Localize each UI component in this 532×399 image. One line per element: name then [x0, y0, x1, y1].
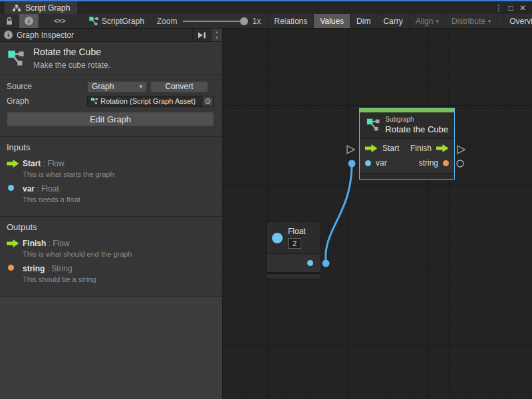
node-type-tag: Subgraph	[385, 116, 448, 123]
code-preview-button[interactable]: <×>	[39, 14, 80, 28]
carry-button[interactable]: Carry	[377, 14, 409, 28]
float-literal-node[interactable]: Float	[266, 221, 321, 279]
zoom-label: Zoom	[157, 17, 178, 26]
chevron-down-icon: ▾	[436, 18, 439, 25]
graph-summary: Make the cube rotate.	[33, 61, 110, 70]
connections-layer	[223, 29, 532, 399]
outputs-title: Outputs	[7, 222, 215, 232]
zoom-control: Zoom 1x	[150, 14, 268, 28]
port-label: Finish	[410, 144, 432, 153]
port-label: var	[376, 158, 387, 168]
scroll-up-icon[interactable]: ▲	[211, 29, 222, 35]
graph-field-label: Graph	[7, 96, 87, 106]
float-node-header[interactable]: Float	[267, 222, 321, 253]
lock-button[interactable]	[0, 14, 19, 28]
graph-canvas[interactable]: Subgraph Rotate the Cube Start Finish	[223, 29, 532, 399]
node-title: Rotate the Cube	[385, 124, 448, 134]
graph-asset-value: Rotation (Script Graph Asset)	[100, 97, 196, 105]
graph-settings-section: Source Graph ▾ Convert Graph	[0, 75, 222, 137]
graph-asset-field[interactable]: Rotation (Script Graph Asset) ⊙	[87, 96, 214, 107]
values-label: Values	[320, 17, 344, 26]
align-dropdown[interactable]: Align ▾	[410, 14, 446, 28]
subgraph-string-external-port[interactable]	[457, 160, 464, 167]
title-bar: Script Graph ⋮ □ ✕	[0, 1, 532, 14]
dock-panel-button[interactable]	[192, 29, 211, 41]
port-description: This is what should end the graph	[23, 250, 132, 258]
subgraph-icon	[90, 97, 98, 105]
edit-graph-button[interactable]: Edit Graph	[7, 112, 214, 126]
convert-button[interactable]: Convert	[150, 81, 208, 92]
port-row-string: string : String This should be a string	[7, 264, 215, 283]
inspector-empty-area	[0, 297, 222, 399]
distribute-dropdown[interactable]: Distribute ▾	[446, 14, 497, 28]
subgraph-node-footer	[360, 173, 454, 179]
tab-script-graph[interactable]: Script Graph	[5, 1, 77, 14]
subgraph-node[interactable]: Subgraph Rotate the Cube Start Finish	[359, 108, 455, 180]
port-type: : Flow	[46, 239, 69, 248]
distribute-label: Distribute	[452, 17, 485, 26]
tab-title: Script Graph	[25, 3, 70, 13]
info-icon: i	[25, 17, 33, 25]
port-label: string	[419, 158, 438, 168]
graph-name: ScriptGraph	[102, 17, 144, 26]
align-label: Align	[416, 17, 434, 26]
code-icon: <×>	[54, 17, 65, 25]
port-name: Start	[23, 159, 41, 168]
chevron-down-icon: ▾	[488, 18, 491, 25]
overview-button[interactable]: Overview	[503, 14, 532, 28]
subgraph-var-external-port[interactable]	[348, 160, 356, 168]
port-start[interactable]: Start	[365, 144, 399, 153]
port-string[interactable]: string	[419, 158, 449, 168]
float-output-external-port[interactable]	[323, 260, 330, 267]
port-var[interactable]: var	[365, 158, 387, 168]
port-name: Finish	[23, 239, 46, 248]
zoom-slider-handle[interactable]	[240, 17, 248, 25]
graph-breadcrumb[interactable]: ScriptGraph	[80, 14, 150, 28]
lock-icon	[5, 17, 13, 25]
subgraph-node-ports: Start Finish var string	[360, 138, 454, 173]
close-icon[interactable]: ✕	[517, 3, 528, 13]
port-description: This needs a float	[23, 196, 80, 203]
source-select[interactable]: Graph ▾	[87, 81, 147, 92]
zoom-slider-track	[183, 21, 247, 22]
panel-title: Graph Inspector	[17, 31, 74, 40]
port-name: string	[23, 264, 45, 273]
hierarchy-icon	[12, 4, 21, 12]
inspector-toggle-button[interactable]: i	[19, 14, 39, 28]
string-port-icon	[443, 160, 449, 166]
port-description: This is what starts the graph	[23, 170, 114, 178]
float-port-icon	[8, 185, 14, 191]
float-type-icon	[272, 233, 283, 243]
inputs-section: Inputs Start : Flow This is what starts …	[0, 137, 222, 217]
float-value-input[interactable]	[288, 238, 301, 249]
dim-label: Dim	[356, 17, 370, 26]
graph-toolbar: i <×> ScriptGraph Zoom 1x Relations	[0, 14, 532, 29]
info-icon: i	[4, 31, 13, 39]
subgraph-icon	[366, 117, 380, 133]
flow-arrow-icon	[7, 239, 19, 247]
port-description: This should be a string	[23, 275, 96, 283]
subgraph-finish-external-port[interactable]	[458, 146, 465, 154]
window-menu-icon[interactable]: ⋮	[493, 3, 504, 13]
port-name: var	[23, 184, 35, 194]
window-controls: ⋮ □ ✕	[493, 1, 532, 14]
scroll-down-icon[interactable]: ▼	[211, 35, 222, 42]
node-title: Float	[288, 227, 306, 236]
zoom-slider[interactable]	[183, 14, 247, 29]
float-node-footer	[267, 272, 321, 279]
subgraph-start-external-port[interactable]	[347, 146, 354, 154]
values-button[interactable]: Values	[314, 14, 350, 28]
subgraph-icon	[88, 16, 99, 27]
port-row-start: Start : Flow This is what starts the gra…	[7, 159, 215, 178]
relations-label: Relations	[274, 17, 307, 26]
subgraph-node-header[interactable]: Subgraph Rotate the Cube	[360, 112, 454, 138]
port-finish[interactable]: Finish	[410, 144, 449, 153]
object-picker-icon[interactable]: ⊙	[203, 96, 213, 106]
wire-float-to-var[interactable]	[326, 164, 352, 263]
maximize-icon[interactable]: □	[505, 3, 516, 13]
dim-button[interactable]: Dim	[350, 14, 377, 28]
float-port-icon	[365, 160, 371, 166]
outputs-section: Outputs Finish : Flow This is what shoul…	[0, 217, 222, 297]
float-output-port[interactable]	[307, 260, 313, 266]
relations-button[interactable]: Relations	[268, 14, 314, 28]
